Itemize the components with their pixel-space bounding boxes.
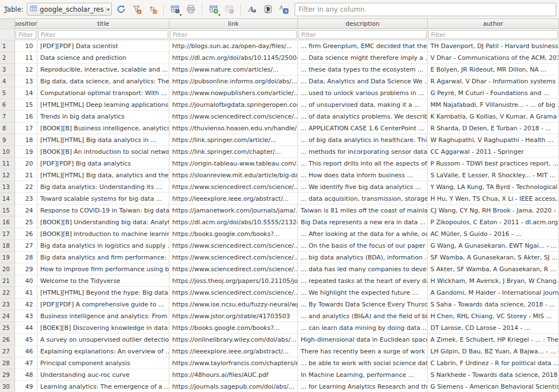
cell-description[interactable]: ... can learn data mining by doing data … [298,322,428,334]
row-number[interactable]: 9 [0,134,15,146]
row-number[interactable]: 29 [0,369,15,381]
encoding-button[interactable] [261,3,274,16]
cell-description[interactable]: ... We highlight the expected future ... [298,287,428,299]
cell-description[interactable]: ... data acquisition, transmission, stor… [298,193,428,205]
cell-author[interactable]: G Peyré, M Cuturi - Foundations and ... [428,87,559,99]
cell-title[interactable]: Big data analytics in logistics and supp… [37,240,169,252]
cell-position[interactable]: 16 [15,111,37,122]
cell-title[interactable]: Principal component analysis [37,357,169,369]
text-format-button[interactable]: Aa [245,3,259,16]
cell-title[interactable]: Toward scalable systems for big data ... [37,193,169,205]
cell-position[interactable]: 14 [15,87,37,99]
cell-title[interactable]: How to improve firm performance using bi… [37,263,169,275]
cell-author[interactable]: R Sharda, D Delen, E Turban - 2018 - ... [428,122,559,134]
cell-link[interactable]: https://www.sciencedirect.com/science/..… [169,111,298,122]
cell-position[interactable]: 28 [15,252,37,263]
row-number[interactable]: 28 [0,357,15,369]
cell-author[interactable]: Y Wang, LA Kung, TA Byrd - Technological… [428,181,559,193]
row-number[interactable]: 27 [0,346,15,357]
column-header-author[interactable]: author [428,19,559,29]
cell-title[interactable]: A survey on unsupervised outlier detecti… [37,334,169,346]
cell-link[interactable]: https://www.sciencedirect.com/science/..… [169,287,298,299]
cell-description[interactable]: ... big data analytics (BDA), informatio… [298,252,428,263]
clear-all-filters-button[interactable] [130,3,143,16]
delete-record-button[interactable] [222,3,236,16]
cell-link[interactable]: https://www.sciencedirect.com/science/..… [169,252,298,263]
cell-title[interactable]: Big data, data science, and analytics: T… [37,75,169,87]
cell-description[interactable]: ... This report drills into all the aspe… [298,158,428,169]
cell-author[interactable]: C Labrín, F Urdinez - R for political da… [428,357,559,369]
replace-button[interactable]: Aa [277,3,290,16]
cell-title[interactable]: Understanding auc-roc curve [37,369,169,381]
cell-author[interactable]: R Agarwal, V Dhar - Information systems … [428,75,559,87]
cell-description[interactable]: ... By Towards Data Science Every Thursd… [298,299,428,310]
cell-link[interactable]: https://jamanetwork.com/journals/jama/..… [169,205,298,216]
cell-description[interactable]: In Machine Learning, performance ... [298,369,428,381]
row-number[interactable]: 3 [0,64,15,75]
cell-link[interactable]: https://origin-tableau-www.tableau.com/.… [169,158,298,169]
row-number[interactable]: 13 [0,181,15,193]
cell-position[interactable]: 47 [15,357,37,369]
cell-description[interactable]: ... of big data analytics in healthcare.… [298,134,428,146]
column-header-title[interactable]: title [37,19,169,29]
cell-link[interactable]: https://www.nature.com/articles/... [169,64,298,75]
cell-link[interactable]: https://dl.acm.org/doi/abs/10.5555/21328… [169,216,298,228]
cell-position[interactable]: 18 [15,134,37,146]
row-number[interactable]: 15 [0,205,15,216]
cell-author[interactable]: W Raghupathi, V Raghupathi - Health ... [428,134,559,146]
row-number[interactable]: 7 [0,111,15,122]
cell-position[interactable]: 10 [15,40,37,52]
cell-position[interactable]: 40 [15,275,37,287]
row-number[interactable]: 20 [0,263,15,275]
cell-description[interactable]: High-dimensional data in Euclidean space… [298,334,428,346]
cell-description[interactable]: ... firm Greenplum, EMC decided that the… [298,40,428,52]
row-number[interactable]: 23 [0,299,15,310]
cell-author[interactable]: H Chen, RHL Chiang, VC Storey - MIS ... [428,310,559,322]
cell-link[interactable]: https://books.google.com/books?... [169,228,298,240]
cell-link[interactable]: https://www.sciencedirect.com/science/..… [169,181,298,193]
cell-author[interactable]: H Hu, Y Wen, TS Chua, X Li - IEEE access… [428,193,559,205]
cell-author[interactable]: DT Larose, CD Larose - 2014 - ... [428,322,559,334]
cell-title[interactable]: [HTML][HTML] Beyond the hype: Big data .… [37,287,169,299]
cell-author[interactable]: S Saha - Towards data science, 2018 - ..… [428,299,559,310]
cell-position[interactable]: 41 [15,287,37,299]
cell-author[interactable]: K Kambatla, G Kollias, V Kumar, A Grama … [428,111,559,122]
cell-position[interactable]: 17 [15,122,37,134]
cell-link[interactable]: https://www.taylorfrancis.com/chapters/e… [169,357,298,369]
cell-position[interactable]: 29 [15,263,37,275]
cell-link[interactable]: https://ieeexplore.ieee.org/abstract/... [169,346,298,357]
column-header-description[interactable]: description [298,19,428,29]
row-number[interactable]: 1 [0,40,15,52]
row-number[interactable]: 11 [0,158,15,169]
cell-position[interactable]: 25 [15,216,37,228]
cell-position[interactable]: 44 [15,322,37,334]
filter-input-author[interactable] [428,30,558,39]
cell-position[interactable]: 13 [15,75,37,87]
row-number[interactable]: 18 [0,240,15,252]
cell-link[interactable]: https://www.sciencedirect.com/science/..… [169,263,298,275]
save-results-button[interactable]: ▾ [168,3,182,16]
cell-link[interactable]: https://ieeexplore.ieee.org/abstract/... [169,193,298,205]
cell-author[interactable]: G Siemens - American Behavioral Scientis… [428,381,559,392]
cell-position[interactable]: 15 [15,99,37,111]
cell-description[interactable]: ... for Learning Analytics Research and … [298,381,428,392]
cell-link[interactable]: https://link.springer.com/chapter/... [169,146,298,158]
cell-title[interactable]: [BOOK][B] Business intelligence, analyti… [37,122,169,134]
cell-title[interactable]: Welcome to the Tidyverse [37,275,169,287]
cell-link[interactable]: http://blogs.sun.ac.za/open-day/files/..… [169,40,298,52]
cell-author[interactable]: CC Aggarwal - 2011 - Springer [428,146,559,158]
cell-description[interactable]: There has recently been a surge of work … [298,346,428,357]
row-number[interactable]: 30 [0,381,15,392]
cell-description[interactable]: ... used to unlock various problems in .… [298,87,428,99]
cell-title[interactable]: [HTML][HTML] Deep learning applications … [37,99,169,111]
row-number[interactable]: 25 [0,322,15,334]
cell-position[interactable]: 42 [15,299,37,310]
cell-description[interactable]: ... On the basis of the focus of our pap… [298,240,428,252]
cell-position[interactable]: 22 [15,181,37,193]
cell-description[interactable]: ... After looking at the data for a whil… [298,228,428,240]
cell-link[interactable]: https://thuvienso.hoasen.edu.vn/handle/.… [169,122,298,134]
cell-position[interactable]: 27 [15,240,37,252]
cell-position[interactable]: 20 [15,158,37,169]
cell-description[interactable]: ... Data, Analytics and Data Science We … [298,75,428,87]
cell-link[interactable]: https://48hours.ai/files/AUC.pdf [169,369,298,381]
